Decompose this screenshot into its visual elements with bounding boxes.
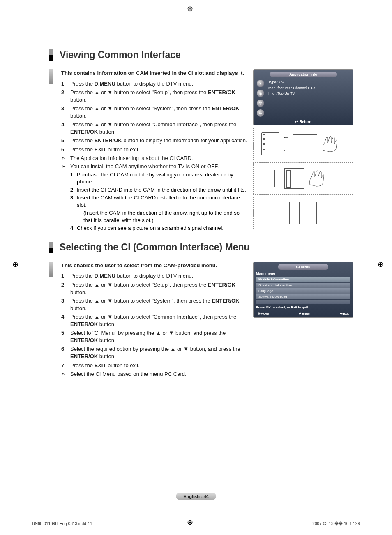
substep-item: 2.Insert the CI CARD into the CAM in the… [70,186,248,194]
footer-timestamp: 2007-03-13 �� 10:17:29 [312,521,360,526]
ci-move-label: ✥Move [258,312,269,315]
registration-mark-top: ⊕ [187,4,193,13]
step-item: 6.Select the required option by pressing… [61,345,248,360]
tv-info-line: Type : CA [268,80,315,86]
section-title: Selecting the CI (Common Interface) Menu [60,242,250,253]
note-item: ➣You can install the CAM anytime whether… [61,163,248,170]
crop-mark [362,519,362,532]
cam-insert-diagram-3 [253,197,353,229]
step-item: 5.Press the ENTER/OK button to display t… [61,137,248,144]
section-heading: Selecting the CI (Common Interface) Menu [49,242,353,255]
note-arrow-icon: ➣ [61,371,70,378]
step-item: 2.Press the ▲ or ▼ button to select "Set… [61,89,248,103]
step-item: 1.Press the D.MENU button to display the… [61,272,248,280]
section-title: Viewing Common Interface [60,49,181,61]
step-item: 6.Press the EXIT button to exit. [61,146,248,153]
step-item: 4.Press the ▲ or ▼ button to select "Com… [61,121,248,135]
page-number-label: English - 44 [176,493,216,500]
instruction-text: This contains information on CAM inserte… [61,69,248,233]
crop-mark [362,3,362,16]
gear-icon: ✲ [257,100,264,107]
tv-header: Application Info [270,72,337,77]
manual-page: ⊕ ⊕ ⊕ ⊕ Viewing Common Interface This co… [0,0,392,535]
footer-filename: BN68-01169H-Eng-0313.indd 44 [32,521,92,526]
section-heading: Viewing Common Interface [49,49,353,63]
tv-info-line: Info : Top Up TV [268,91,315,97]
crop-mark [30,519,30,532]
accent-bar-icon [49,262,53,277]
ci-menu-item: Smart card information [256,283,350,288]
ci-menu-item: Language [256,288,350,294]
registration-mark-left: ⊕ [12,260,18,269]
hand-icon [321,134,345,154]
step-item: 3.Press the ▲ or ▼ button to select "Sys… [61,105,248,119]
globe-icon: ✶ [257,80,264,87]
note-arrow-icon: ➣ [61,163,70,170]
cam-insert-diagram-1: ←← [253,128,353,160]
intro-text: This contains information on CAM inserte… [61,69,248,77]
ci-menu-screenshot: CI Menu Main menu Module informationSmar… [253,262,353,318]
leaf-icon: ❧ [257,109,264,117]
accent-bar-icon [49,49,53,61]
step-item: 1.Press the D.MENU button to display the… [61,80,248,88]
step-item: 7.Press the EXIT button to exit. [61,362,248,369]
ci-header: CI Menu [278,264,328,270]
hand-icon [307,168,332,189]
substep-extra: (Insert the CAM in the direction of the … [70,209,248,224]
instruction-text: This enables the user to select from the… [61,262,248,379]
step-item: 5.Select to "CI Menu" by pressing the ▲ … [61,329,248,344]
ci-menu-item: Software Download [256,294,350,299]
ci-exit-label: ⇥Exit [340,312,349,315]
ci-hint: Press OK to select, or Exit to quit [254,304,353,310]
tv-return-label: ↩ Return [254,118,353,125]
substep-item: 3.Insert the CAM with the CI CARD instal… [70,194,248,208]
registration-mark-right: ⊕ [378,260,384,269]
note-arrow-icon: ➣ [61,155,70,162]
drop-icon: ◉ [257,90,264,97]
step-item: 2.Press the ▲ or ▼ button to select "Set… [61,281,248,296]
ci-menu-item: Module information [256,277,350,282]
arrow-left-icon: ← [283,147,289,154]
substep-item: 1.Purchase the CI CAM module by visiting… [70,171,248,185]
step-item: 3.Press the ▲ or ▼ button to select "Sys… [61,297,248,312]
note-item: ➣The Application Info inserting is about… [61,155,248,162]
crop-mark [30,3,30,16]
arrow-left-icon: ← [283,134,289,141]
ci-main-label: Main menu [254,271,353,276]
ci-enter-label: ↵Enter [299,312,310,315]
step-item: 4.Press the ▲ or ▼ button to select "Com… [61,313,248,328]
cam-insert-diagram-2 [253,162,353,195]
substep-item: 4. Check if you can see a picture on a s… [70,225,248,232]
accent-bar-icon [49,69,53,84]
tv-app-info-screenshot: Application Info ✶ ◉ ✲ ❧ Type : CA Manuf… [253,69,353,125]
registration-mark-bottom: ⊕ [187,518,193,527]
intro-text: This enables the user to select from the… [61,262,248,269]
tv-info-line: Manufacturer : Channel Plus [268,86,315,91]
note-item: ➣Select the CI Menu based on the menu PC… [61,371,248,378]
accent-bar-icon [49,242,53,253]
